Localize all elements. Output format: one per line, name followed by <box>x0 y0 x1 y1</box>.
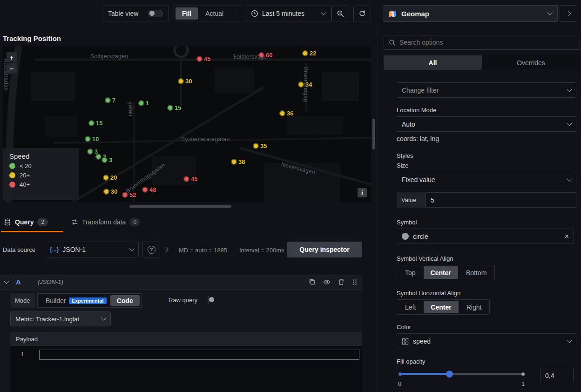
tab-transform-data[interactable]: Transform data 0 <box>71 218 140 226</box>
geomap-canvas[interactable]: SolbjersvägenSolbjersvägenSystemeraregat… <box>3 47 371 202</box>
halign-left-option[interactable]: Left <box>398 301 423 313</box>
map-point[interactable]: 52 <box>122 191 136 198</box>
size-select[interactable]: Fixed value <box>397 172 576 187</box>
vertical-scrollbar[interactable] <box>372 119 375 149</box>
map-point[interactable]: 10 <box>85 135 99 142</box>
map-point[interactable]: 48 <box>142 186 156 193</box>
fill-option[interactable]: Fill <box>176 7 198 20</box>
datasource-picker[interactable]: {...} JSON-1 <box>45 242 139 257</box>
color-value: speed <box>413 338 431 345</box>
symbol-horizontal-align-label: Symbol Horizontal Align <box>397 290 460 297</box>
slider-max-label: 1 <box>521 380 525 387</box>
time-range-picker[interactable]: Last 5 minutes <box>245 6 331 21</box>
trash-icon[interactable] <box>338 278 345 285</box>
map-point[interactable]: 1 <box>138 100 149 107</box>
fill-actual-group: Fill Actual <box>174 6 240 21</box>
color-select[interactable]: speed <box>397 333 576 349</box>
pane-divider <box>378 27 378 392</box>
field-grid-icon <box>402 338 409 345</box>
clear-icon[interactable]: × <box>565 232 569 241</box>
raw-query-label: Raw query <box>169 297 197 304</box>
tab-overrides[interactable]: Overrides <box>482 55 580 70</box>
halign-right-option[interactable]: Right <box>459 301 489 313</box>
drag-handle-icon[interactable] <box>352 279 358 285</box>
street-label: Systemeraregatan <box>181 136 230 142</box>
table-view-toggle[interactable] <box>148 10 163 17</box>
symbol-vertical-align-group: Top Center Bottom <box>397 265 495 280</box>
transform-count-badge: 0 <box>129 218 140 226</box>
panel-type-picker[interactable]: Geomap <box>383 5 558 22</box>
map-point[interactable]: 30 <box>178 78 192 85</box>
legend-item: < 20 <box>9 162 73 169</box>
valign-bottom-option[interactable]: Bottom <box>459 266 493 279</box>
map-zoom-out-button[interactable]: − <box>7 63 17 74</box>
size-value-input[interactable] <box>426 192 576 208</box>
actual-option[interactable]: Actual <box>199 7 230 20</box>
database-icon <box>4 218 11 226</box>
metric-select[interactable]: Metric: Tracker-1.lnglat <box>10 311 111 326</box>
refresh-icon <box>358 10 366 17</box>
chevron-down-icon <box>101 315 106 320</box>
zoom-out-time-button[interactable] <box>331 6 349 21</box>
valign-top-option[interactable]: Top <box>398 266 423 279</box>
map-point[interactable]: 3 <box>101 156 112 163</box>
location-mode-value: Auto <box>402 121 415 128</box>
raw-query-toggle[interactable] <box>208 296 209 304</box>
hide-response-icon[interactable] <box>323 278 331 286</box>
tab-query[interactable]: Query 2 <box>4 218 48 226</box>
fill-opacity-input[interactable] <box>540 368 574 383</box>
size-value: Fixed value <box>402 176 435 183</box>
map-zoom-in-button[interactable]: + <box>7 52 17 62</box>
duplicate-icon[interactable] <box>309 278 316 285</box>
chevron-down-icon <box>567 176 572 181</box>
halign-center-option[interactable]: Center <box>424 301 458 313</box>
map-point[interactable]: 34 <box>298 81 312 88</box>
code-mode-option[interactable]: Code <box>110 295 140 306</box>
table-view-label: Table view <box>108 10 138 17</box>
map-point[interactable]: 7 <box>105 97 115 104</box>
map-point[interactable]: 35 <box>253 142 267 149</box>
magnifier-minus-icon <box>337 10 345 18</box>
location-mode-label: Location Mode <box>397 107 436 114</box>
map-point[interactable]: 38 <box>231 158 245 165</box>
active-tab-underline <box>1 231 63 232</box>
map-point[interactable]: 15 <box>88 120 102 127</box>
chevron-right-icon[interactable] <box>163 247 168 252</box>
payload-code-area[interactable]: 1 <box>10 346 362 392</box>
symbol-label: Symbol <box>397 219 417 226</box>
map-point[interactable]: 22 <box>302 50 316 57</box>
horizontal-scrollbar[interactable] <box>129 205 231 208</box>
slider-handle[interactable] <box>446 371 453 378</box>
mode-group: Builder Experimental Code <box>37 293 142 308</box>
fill-opacity-label: Fill opacity <box>397 358 425 365</box>
map-point[interactable]: 30 <box>103 188 117 195</box>
map-point[interactable]: 36 <box>279 110 293 117</box>
search-input[interactable] <box>399 39 575 46</box>
map-point[interactable]: 45 <box>196 55 210 62</box>
tab-all[interactable]: All <box>384 55 482 70</box>
map-point[interactable]: 15 <box>167 104 181 111</box>
styles-section-label: Styles <box>397 152 413 159</box>
options-tabs: All Overrides <box>384 55 580 70</box>
builder-mode-option[interactable]: Builder Experimental <box>39 295 109 306</box>
refresh-button[interactable] <box>353 6 371 21</box>
coords-hint: coords: lat, lng <box>397 135 439 142</box>
map-point[interactable]: 20 <box>103 174 117 181</box>
symbol-select[interactable]: circle × <box>397 229 574 244</box>
collapse-options-button[interactable] <box>560 5 577 22</box>
map-point[interactable]: 60 <box>258 52 272 59</box>
query-inspector-button[interactable]: Query inspector <box>287 242 362 257</box>
location-mode-select[interactable]: Auto <box>397 116 576 132</box>
query-stat-interval: Interval = 200ms <box>239 247 284 254</box>
payload-input[interactable] <box>39 350 359 360</box>
line-number: 1 <box>20 351 24 358</box>
fill-opacity-slider[interactable] <box>399 371 525 378</box>
query-row-header[interactable]: A (JSON-1) <box>0 275 362 290</box>
options-search <box>384 35 580 50</box>
datasource-help-button[interactable]: ? <box>142 242 160 257</box>
map-point[interactable]: 45 <box>183 176 197 182</box>
map-attribution-button[interactable]: i <box>358 188 367 197</box>
chevron-down-icon[interactable] <box>4 278 9 284</box>
change-filter-select[interactable]: Change filter <box>397 82 576 98</box>
valign-center-option[interactable]: Center <box>424 266 458 279</box>
